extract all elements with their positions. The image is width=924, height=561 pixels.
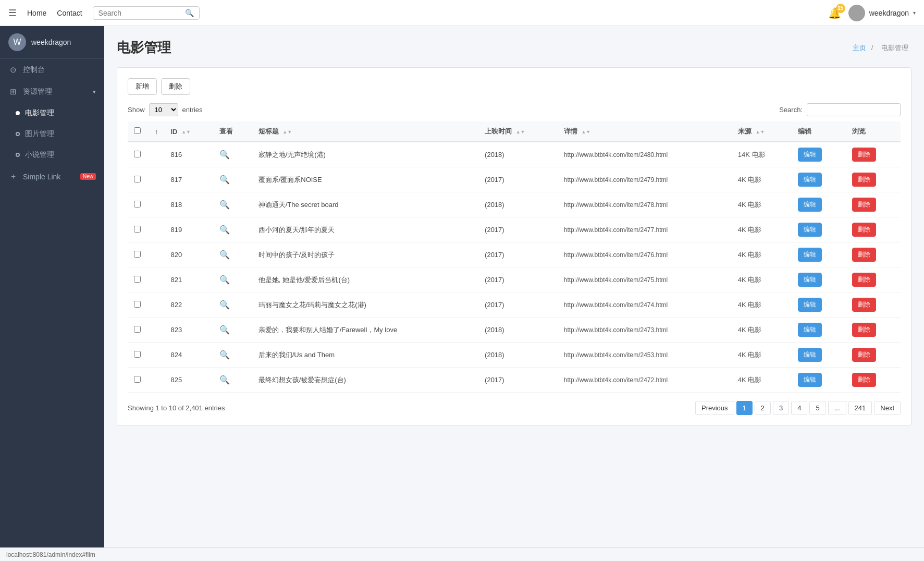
edit-button[interactable]: 编辑 bbox=[798, 323, 822, 337]
sidebar-item-image[interactable]: 图片管理 bbox=[0, 124, 104, 144]
sidebar-item-novel[interactable]: 小说管理 bbox=[0, 144, 104, 165]
delete-button[interactable]: 删除 bbox=[852, 323, 876, 337]
row-checkbox[interactable] bbox=[134, 326, 141, 333]
year-sort-icons: ▲▼ bbox=[516, 129, 525, 135]
row-edit-cell: 编辑 bbox=[792, 368, 846, 393]
table-row: 816 🔍 寂静之地/无声绝境(港) (2018) http://www.btb… bbox=[128, 142, 901, 167]
search-input[interactable] bbox=[98, 9, 182, 17]
row-view-cell[interactable]: 🔍 bbox=[213, 343, 252, 368]
page-2-button[interactable]: 2 bbox=[755, 401, 771, 415]
row-view-cell[interactable]: 🔍 bbox=[213, 192, 252, 217]
row-view-cell[interactable]: 🔍 bbox=[213, 267, 252, 292]
row-year-cell: (2017) bbox=[478, 242, 558, 267]
breadcrumb-home-link[interactable]: 主页 bbox=[853, 44, 866, 52]
col-year[interactable]: 上映时间 ▲▼ bbox=[478, 121, 558, 142]
row-checkbox[interactable] bbox=[134, 276, 141, 283]
delete-button[interactable]: 删除 bbox=[852, 348, 876, 362]
table-search-input[interactable] bbox=[807, 103, 901, 116]
page-last-button[interactable]: 241 bbox=[848, 401, 872, 415]
sidebar-item-dashboard[interactable]: ⊙ 控制台 bbox=[0, 59, 104, 81]
delete-button[interactable]: 删除 bbox=[852, 148, 876, 162]
sidebar-item-resource[interactable]: ⊞ 资源管理 ▾ bbox=[0, 81, 104, 103]
table-row: 822 🔍 玛丽与魔女之花/玛莉与魔女之花(港) (2017) http://w… bbox=[128, 292, 901, 318]
row-url-cell: http://www.btbt4k.com/item/2478.html bbox=[558, 192, 732, 217]
delete-button[interactable]: 删除 bbox=[852, 198, 876, 212]
row-checkbox[interactable] bbox=[134, 151, 141, 157]
nav-links: Home Contact bbox=[27, 9, 82, 17]
entries-select[interactable]: 10 25 50 100 bbox=[149, 103, 178, 116]
edit-button[interactable]: 编辑 bbox=[798, 348, 822, 362]
user-menu[interactable]: weekdragon ▾ bbox=[848, 5, 916, 21]
edit-button[interactable]: 编辑 bbox=[798, 373, 822, 387]
menu-toggle-icon[interactable]: ☰ bbox=[8, 7, 17, 19]
table-row: 818 🔍 神谕通天/The secret board (2018) http:… bbox=[128, 192, 901, 217]
table-row: 819 🔍 西小河的夏天/那年的夏天 (2017) http://www.btb… bbox=[128, 217, 901, 242]
add-button[interactable]: 新增 bbox=[128, 78, 157, 95]
edit-button[interactable]: 编辑 bbox=[798, 198, 822, 212]
row-checkbox-cell bbox=[128, 167, 149, 192]
row-checkbox[interactable] bbox=[134, 201, 141, 208]
row-view-cell[interactable]: 🔍 bbox=[213, 318, 252, 343]
row-index-cell bbox=[149, 267, 165, 292]
col-browse: 浏览 bbox=[846, 121, 901, 142]
row-delete-cell: 删除 bbox=[846, 192, 901, 217]
row-source-cell: 4K 电影 bbox=[732, 242, 792, 267]
row-url-cell: http://www.btbt4k.com/item/2474.html bbox=[558, 292, 732, 318]
row-checkbox[interactable] bbox=[134, 351, 141, 358]
row-view-cell[interactable]: 🔍 bbox=[213, 242, 252, 267]
delete-button[interactable]: 删除 bbox=[852, 373, 876, 387]
row-view-cell[interactable]: 🔍 bbox=[213, 167, 252, 192]
bulk-delete-button[interactable]: 删除 bbox=[161, 78, 190, 95]
col-source[interactable]: 来源 ▲▼ bbox=[732, 121, 792, 142]
page-5-button[interactable]: 5 bbox=[809, 401, 826, 415]
edit-button[interactable]: 编辑 bbox=[798, 148, 822, 162]
nav-home-link[interactable]: Home bbox=[27, 9, 46, 17]
row-view-cell[interactable]: 🔍 bbox=[213, 368, 252, 393]
delete-button[interactable]: 删除 bbox=[852, 223, 876, 237]
notification-badge: 15 bbox=[836, 4, 845, 13]
edit-button[interactable]: 编辑 bbox=[798, 298, 822, 312]
title-sort-icons: ▲▼ bbox=[282, 129, 292, 135]
delete-button[interactable]: 删除 bbox=[852, 248, 876, 262]
col-detail[interactable]: 详情 ▲▼ bbox=[558, 121, 732, 142]
main-content: 电影管理 主页 / 电影管理 新增 删除 Show 10 25 bbox=[104, 26, 924, 547]
row-checkbox-cell bbox=[128, 292, 149, 318]
col-title[interactable]: 短标题 ▲▼ bbox=[252, 121, 478, 142]
nav-contact-link[interactable]: Contact bbox=[57, 9, 82, 17]
row-checkbox-cell bbox=[128, 318, 149, 343]
sidebar-item-simplelink[interactable]: ＋ Simple Link New bbox=[0, 165, 104, 188]
select-all-checkbox[interactable] bbox=[134, 127, 141, 134]
table-row: 823 🔍 亲爱的，我要和别人结婚了/Farewell，My love (201… bbox=[128, 318, 901, 343]
row-checkbox[interactable] bbox=[134, 376, 141, 383]
row-view-cell[interactable]: 🔍 bbox=[213, 292, 252, 318]
sort-icon: ↑ bbox=[155, 128, 158, 136]
edit-button[interactable]: 编辑 bbox=[798, 223, 822, 237]
sidebar-item-movie[interactable]: 电影管理 bbox=[0, 103, 104, 124]
delete-button[interactable]: 删除 bbox=[852, 298, 876, 312]
edit-button[interactable]: 编辑 bbox=[798, 273, 822, 287]
next-button[interactable]: Next bbox=[874, 401, 901, 415]
col-id[interactable]: ID ▲▼ bbox=[165, 121, 213, 142]
edit-button[interactable]: 编辑 bbox=[798, 173, 822, 187]
col-sort[interactable]: ↑ bbox=[149, 121, 165, 142]
delete-button[interactable]: 删除 bbox=[852, 173, 876, 187]
page-3-button[interactable]: 3 bbox=[773, 401, 789, 415]
row-edit-cell: 编辑 bbox=[792, 318, 846, 343]
row-source-cell: 4K 电影 bbox=[732, 267, 792, 292]
table-row: 824 🔍 后来的我们/Us and Them (2018) http://ww… bbox=[128, 343, 901, 368]
notification-bell[interactable]: 🔔 15 bbox=[828, 7, 841, 19]
delete-button[interactable]: 删除 bbox=[852, 273, 876, 287]
simplelink-icon: ＋ bbox=[8, 172, 18, 181]
page-4-button[interactable]: 4 bbox=[791, 401, 807, 415]
page-1-button[interactable]: 1 bbox=[736, 401, 753, 415]
row-checkbox[interactable] bbox=[134, 176, 141, 182]
row-view-cell[interactable]: 🔍 bbox=[213, 142, 252, 167]
row-checkbox[interactable] bbox=[134, 226, 141, 233]
row-checkbox[interactable] bbox=[134, 251, 141, 258]
dashboard-icon: ⊙ bbox=[8, 65, 18, 75]
edit-button[interactable]: 编辑 bbox=[798, 248, 822, 262]
row-checkbox[interactable] bbox=[134, 301, 141, 308]
row-view-cell[interactable]: 🔍 bbox=[213, 217, 252, 242]
show-label: Show bbox=[128, 106, 145, 114]
previous-button[interactable]: Previous bbox=[695, 401, 734, 415]
